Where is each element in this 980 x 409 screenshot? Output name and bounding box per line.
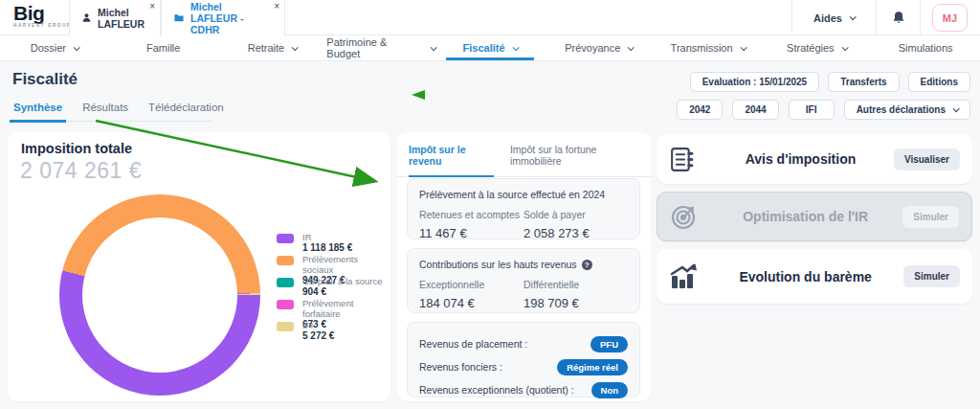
imposition-donut-chart — [59, 194, 260, 396]
legend-item-cs-prel-source: CS prél. à la source904 € — [277, 276, 390, 298]
close-icon[interactable]: × — [274, 1, 279, 11]
active-tab-underline — [446, 57, 534, 60]
differentielle-value: 198 709 € — [523, 296, 628, 310]
nav-item-transmission[interactable]: Transmission — [654, 35, 763, 60]
person-icon — [81, 12, 92, 23]
nav-item-fiscalite[interactable]: Fiscalité — [435, 35, 545, 60]
nav-item-simulations[interactable]: Simulations — [871, 35, 980, 60]
annotation-left-triangle — [412, 90, 425, 100]
bell-icon — [891, 10, 906, 26]
aides-menu[interactable]: Aides — [791, 0, 877, 35]
form-2044-button[interactable]: 2044 — [732, 100, 778, 120]
chevron-down-icon — [850, 13, 857, 20]
legend-item-ir: IR1 118 185 € — [277, 232, 390, 254]
nav-item-strategies[interactable]: Stratégies — [762, 35, 871, 60]
optimisation-ir-title: Optimisation de l'IR — [708, 209, 902, 224]
impot-tabs: Impôt sur le revenu Impôt sur la fortune… — [397, 132, 651, 177]
regimes-box: Revenus de placement : PFU Revenus fonci… — [407, 322, 640, 398]
help-icon[interactable]: ? — [582, 260, 592, 270]
editions-button[interactable]: Editions — [908, 72, 970, 92]
simuler-optimisation-button[interactable]: Simuler — [902, 206, 959, 228]
legend-swatch — [277, 300, 294, 309]
revenus-fonciers-row: Revenus fonciers : Régime réel — [419, 355, 628, 378]
user-avatar[interactable]: MJ — [932, 4, 968, 32]
fiscalite-subtabs: Synthèse Résultats Télédéclaration — [10, 102, 212, 122]
active-subtab-underline — [10, 120, 66, 123]
transferts-button[interactable]: Transferts — [828, 72, 899, 92]
tab-impot-fortune[interactable]: Impôt sur la fortune immobilière — [510, 144, 639, 176]
legend-item-prelevement-forfaitaire: Prélèvement forfaitaire673 € — [277, 298, 390, 320]
client-tab-michel-lafleur-cdhr[interactable]: Michel LAFLEUR - CDHR × — [161, 0, 285, 35]
client-tab-label: Michel LAFLEUR — [98, 7, 146, 30]
solde-label: Solde à payer — [523, 209, 628, 220]
logo-text: Big — [13, 3, 72, 23]
evaluation-date-button[interactable]: Evaluation : 15/01/2025 — [690, 72, 820, 92]
chevron-down-icon — [740, 44, 746, 51]
avis-imposition-title: Avis d'imposition — [707, 151, 894, 167]
tab-impot-revenu[interactable]: Impôt sur le revenu — [409, 144, 494, 177]
differentielle-label: Différentielle — [523, 279, 628, 290]
legend-swatch — [277, 234, 294, 243]
simuler-bareme-button[interactable]: Simuler — [903, 265, 960, 287]
nav-item-dossier[interactable]: Dossier — [0, 35, 109, 60]
legend-swatch — [277, 256, 294, 265]
nav-item-prevoyance[interactable]: Prévoyance — [545, 35, 654, 60]
visualiser-button[interactable]: Visualiser — [894, 148, 960, 170]
nav-item-patrimoine-budget[interactable]: Patrimoine & Budget — [326, 35, 435, 60]
notebook-icon — [669, 146, 707, 173]
retenues-value: 11 467 € — [419, 226, 523, 240]
donut-legend: IR1 118 185 € Prélèvements sociaux949 22… — [277, 232, 390, 342]
quotient-badge[interactable]: Non — [591, 382, 628, 398]
legend-item-prelevements-sociaux: Prélèvements sociaux949 227 € — [277, 254, 390, 276]
prelevement-source-box: Prélèvement à la source effectué en 2024… — [407, 178, 640, 239]
imposition-total-value: 2 074 261 € — [20, 158, 142, 184]
nav-item-retraite[interactable]: Retraite — [218, 35, 327, 60]
close-icon[interactable]: × — [149, 1, 155, 11]
folder-icon — [173, 12, 185, 23]
revenus-placement-row: Revenus de placement : PFU — [419, 332, 628, 355]
impot-detail-card: Impôt sur le revenu Impôt sur la fortune… — [397, 132, 651, 401]
tab-teledeclaration[interactable]: Télédéclaration — [148, 102, 224, 113]
aides-label: Aides — [813, 12, 842, 24]
optimisation-ir-card: Optimisation de l'IR Simuler — [657, 192, 972, 241]
hauts-revenus-box: Contributions sur les hauts revenus ? Ex… — [407, 248, 640, 313]
top-bar: Big HARVEST GROUP Michel LAFLEUR × Miche… — [0, 0, 980, 35]
logo-subtext: HARVEST GROUP — [13, 24, 72, 29]
main-nav: Dossier Famille Retraite Patrimoine & Bu… — [0, 35, 980, 61]
autres-declarations-dropdown[interactable]: Autres déclarations — [844, 100, 970, 120]
prelevement-source-title: Prélèvement à la source effectué en 2024 — [419, 189, 628, 200]
chevron-down-icon — [841, 44, 848, 51]
legend-swatch — [277, 278, 294, 287]
form-ifi-button[interactable]: IFI — [789, 100, 835, 120]
app-logo: Big HARVEST GROUP — [13, 3, 72, 29]
hauts-revenus-title: Contributions sur les hauts revenus ? — [419, 259, 628, 270]
chevron-down-icon — [628, 44, 635, 51]
evolution-bareme-title: Evolution du barème — [707, 269, 903, 284]
evolution-bareme-card: Evolution du barème Simuler — [657, 249, 972, 304]
exceptionnelle-value: 184 074 € — [419, 296, 523, 310]
chevron-down-icon — [953, 105, 960, 112]
avis-imposition-card: Avis d'imposition Visualiser — [657, 134, 972, 184]
notifications-button[interactable] — [877, 0, 921, 35]
exceptionnelle-label: Exceptionnelle — [419, 279, 523, 290]
top-bar-right: Aides MJ — [791, 0, 980, 35]
page-actions: Evaluation : 15/01/2025 Transferts Editi… — [690, 72, 970, 92]
pfu-badge[interactable]: PFU — [590, 336, 628, 352]
client-tab-label: Michel LAFLEUR - CDHR — [190, 1, 271, 35]
imposition-totale-card: Imposition totale 2 074 261 € IR1 118 18… — [8, 132, 390, 401]
imposition-title: Imposition totale — [21, 141, 132, 156]
solde-value: 2 058 273 € — [523, 226, 628, 240]
client-tab-michel-lafleur[interactable]: Michel LAFLEUR × — [69, 0, 161, 35]
retenues-label: Retenues et acomptes — [419, 209, 523, 220]
tab-resultats[interactable]: Résultats — [82, 102, 128, 113]
form-2042-button[interactable]: 2042 — [677, 100, 723, 120]
declaration-buttons: 2042 2044 IFI Autres déclarations — [677, 100, 970, 120]
regime-reel-badge[interactable]: Régime réel — [557, 359, 628, 375]
target-icon — [670, 202, 708, 231]
nav-item-famille[interactable]: Famille — [109, 35, 218, 60]
tab-synthese[interactable]: Synthèse — [13, 102, 62, 113]
page-title: Fiscalité — [12, 70, 78, 89]
chevron-down-icon — [512, 44, 519, 51]
legend-swatch — [277, 322, 294, 331]
revenus-exceptionnels-row: Revenus exceptionnels (quotient) : Non — [419, 378, 628, 401]
